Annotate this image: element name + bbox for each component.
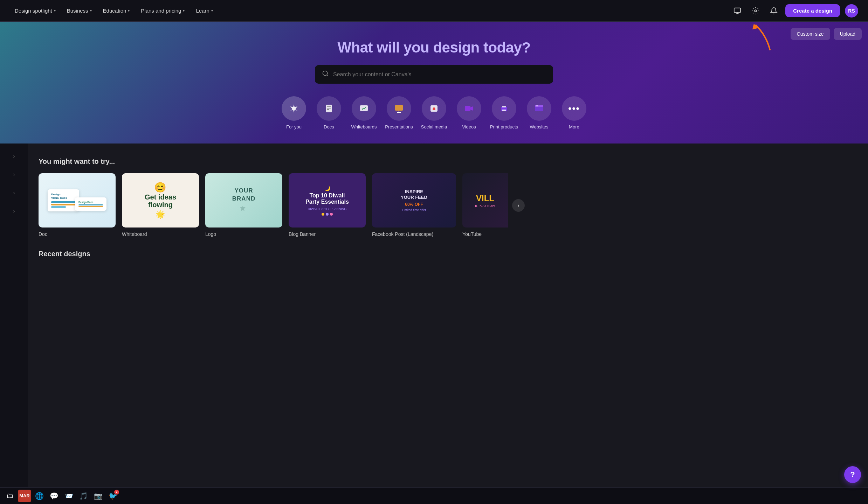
nav-business[interactable]: Business ▾ xyxy=(62,5,97,16)
avatar[interactable]: RS xyxy=(845,4,858,18)
nav-learn[interactable]: Learn ▾ xyxy=(191,5,218,16)
recent-designs-title: Recent designs xyxy=(39,250,854,258)
videos-icon xyxy=(457,96,481,121)
youtube-label: YouTube xyxy=(462,231,482,237)
search-input[interactable] xyxy=(333,71,546,78)
blog-banner-thumbnail: 🌙 Top 10 DiwaliParty Essentials DIWALI P… xyxy=(289,173,366,227)
main-content: › › › › You might want to try... DesignV… xyxy=(0,144,868,504)
chevron-down-icon: ▾ xyxy=(211,9,213,13)
category-more[interactable]: ••• More xyxy=(558,96,590,130)
category-presentations[interactable]: Presentations xyxy=(383,96,415,130)
svg-rect-13 xyxy=(465,106,470,111)
svg-rect-0 xyxy=(734,8,740,12)
chevron-down-icon: ▾ xyxy=(90,9,92,13)
hero-title: What will you design today? xyxy=(7,39,861,56)
custom-size-button[interactable]: Custom size xyxy=(791,28,830,40)
nav-education[interactable]: Education ▾ xyxy=(98,5,135,16)
hero-top-buttons: Custom size Upload xyxy=(791,28,862,40)
nav-design-spotlight[interactable]: Design spotlight ▾ xyxy=(10,5,61,16)
svg-rect-4 xyxy=(326,105,332,112)
top-navigation: Design spotlight ▾ Business ▾ Education … xyxy=(0,0,868,22)
presentations-icon xyxy=(387,96,411,121)
card-facebook-post[interactable]: INSPIREYOUR FEED 60% OFF Limited time of… xyxy=(372,173,456,237)
taskbar-icon-5[interactable]: 🎵 xyxy=(77,490,90,502)
whiteboards-icon xyxy=(352,96,376,121)
chevron-down-icon: ▾ xyxy=(54,9,56,13)
sidebar-chevron-4[interactable]: › xyxy=(10,205,18,217)
chevron-down-icon: ▾ xyxy=(183,9,185,13)
for-you-icon xyxy=(282,96,306,121)
social-media-icon xyxy=(422,96,446,121)
category-docs[interactable]: Docs xyxy=(313,96,345,130)
logo-thumbnail: YOURBRAND xyxy=(205,173,282,227)
search-icon xyxy=(322,70,329,79)
svg-rect-15 xyxy=(502,106,506,107)
taskbar: 🗂 MAR 🌐 💬 📨 🎵 📷 🐦 2 xyxy=(0,487,868,504)
taskbar-icon-3[interactable]: 💬 xyxy=(48,490,60,502)
chevron-down-icon: ▾ xyxy=(128,9,130,13)
category-print-products[interactable]: Print products xyxy=(488,96,520,130)
doc-label: Doc xyxy=(39,231,47,237)
nav-right: Create a design RS xyxy=(731,4,858,18)
sidebar-chevron-3[interactable]: › xyxy=(10,187,18,199)
hero-banner: Custom size Upload What will you design … xyxy=(0,22,868,144)
docs-icon xyxy=(317,96,341,121)
svg-point-3 xyxy=(323,71,328,76)
print-products-icon xyxy=(492,96,516,121)
taskbar-icon-4[interactable]: 📨 xyxy=(62,490,75,502)
help-button[interactable]: ? xyxy=(844,466,861,483)
category-whiteboards[interactable]: Whiteboards xyxy=(348,96,380,130)
fb-post-thumbnail: INSPIREYOUR FEED 60% OFF Limited time of… xyxy=(372,173,456,227)
card-whiteboard[interactable]: 😊 Get ideasflowing 🌟 Whiteboard xyxy=(122,173,199,237)
monitor-icon-button[interactable] xyxy=(731,4,744,18)
taskbar-icon-6[interactable]: 📷 xyxy=(92,490,104,502)
recent-designs-section: Recent designs xyxy=(39,250,854,258)
nav-left: Design spotlight ▾ Business ▾ Education … xyxy=(10,5,218,16)
svg-rect-8 xyxy=(360,105,368,111)
more-icon: ••• xyxy=(562,96,586,121)
search-bar[interactable] xyxy=(315,65,553,84)
taskbar-icon-2[interactable]: 🌐 xyxy=(33,490,46,502)
upload-button[interactable]: Upload xyxy=(834,28,862,40)
category-videos[interactable]: Videos xyxy=(453,96,485,130)
categories-row: For you Docs Whiteboards Presentations xyxy=(7,96,861,133)
category-social-media[interactable]: Social media xyxy=(418,96,450,130)
taskbar-icon-7[interactable]: 🐦 2 xyxy=(106,490,119,502)
category-websites[interactable]: Websites xyxy=(523,96,555,130)
try-cards-row: DesignVisual Docs Design Docs Doc xyxy=(39,173,854,237)
doc-thumbnail: DesignVisual Docs Design Docs xyxy=(39,173,116,227)
nav-plans-pricing[interactable]: Plans and pricing ▾ xyxy=(136,5,190,16)
card-doc[interactable]: DesignVisual Docs Design Docs Doc xyxy=(39,173,116,237)
settings-icon-button[interactable] xyxy=(749,4,762,18)
whiteboard-thumbnail: 😊 Get ideasflowing 🌟 xyxy=(122,173,199,227)
logo-label: Logo xyxy=(205,231,216,237)
svg-point-19 xyxy=(536,105,537,106)
svg-point-20 xyxy=(537,105,538,106)
websites-icon xyxy=(527,96,551,121)
svg-rect-9 xyxy=(395,105,403,111)
taskbar-icon-0[interactable]: 🗂 xyxy=(4,490,16,502)
cards-next-button[interactable]: › xyxy=(512,199,525,212)
sidebar-chevron-2[interactable]: › xyxy=(10,169,18,181)
youtube-thumbnail: VILL ▶ PLAY NOW xyxy=(462,173,508,227)
try-section-title: You might want to try... xyxy=(39,158,854,166)
sidebar-chevron-1[interactable]: › xyxy=(10,150,18,162)
svg-point-1 xyxy=(755,10,757,12)
create-design-button[interactable]: Create a design xyxy=(785,4,840,17)
fb-post-label: Facebook Post (Landscape) xyxy=(372,231,433,237)
sidebar: › › › › xyxy=(0,144,28,504)
whiteboard-label: Whiteboard xyxy=(122,231,147,237)
content-area: You might want to try... DesignVisual Do… xyxy=(28,144,868,504)
card-blog-banner[interactable]: 🌙 Top 10 DiwaliParty Essentials DIWALI P… xyxy=(289,173,366,237)
svg-rect-16 xyxy=(502,110,506,111)
card-logo[interactable]: YOURBRAND Logo xyxy=(205,173,282,237)
notifications-icon-button[interactable] xyxy=(767,4,780,18)
taskbar-icon-1[interactable]: MAR xyxy=(18,490,31,502)
card-youtube[interactable]: VILL ▶ PLAY NOW YouTube xyxy=(462,173,508,237)
blog-banner-label: Blog Banner xyxy=(289,231,316,237)
category-for-you[interactable]: For you xyxy=(278,96,310,130)
